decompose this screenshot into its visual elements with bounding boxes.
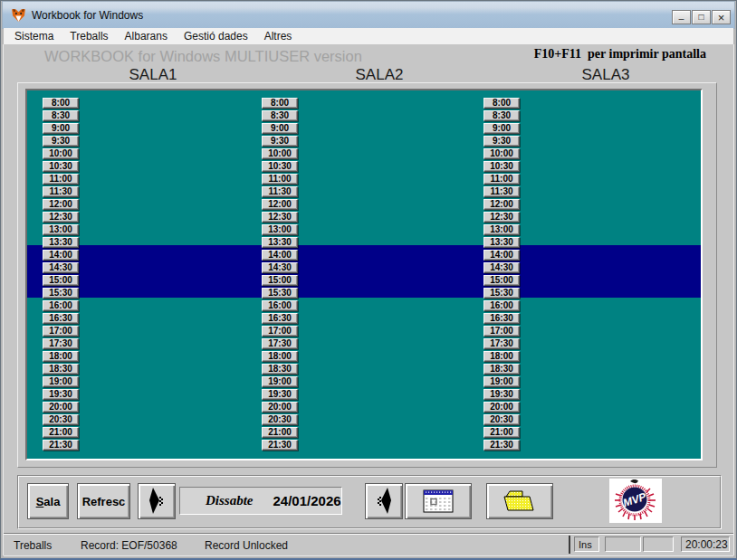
time-slot-button[interactable]: 17:00 <box>483 326 520 337</box>
minimize-button[interactable]: _ <box>672 10 691 24</box>
time-slot-button[interactable]: 14:00 <box>483 250 520 261</box>
time-slot-button[interactable]: 8:00 <box>483 98 520 109</box>
app-window: Workbook for Windows _ □ × SistemaTrebal… <box>0 0 737 560</box>
time-slot-button[interactable]: 10:00 <box>483 148 520 159</box>
time-slot-button[interactable]: 19:30 <box>262 389 298 400</box>
time-slot-button[interactable]: 9:00 <box>43 123 79 134</box>
time-slot-button[interactable]: 19:00 <box>483 376 520 387</box>
time-slot-button[interactable]: 20:30 <box>483 414 520 425</box>
time-slot-button[interactable]: 11:00 <box>483 174 520 185</box>
time-slot-button[interactable]: 18:30 <box>262 364 298 375</box>
time-column-sala2: 8:008:309:009:3010:0010:3011:0011:3012:0… <box>262 98 298 452</box>
time-slot-button[interactable]: 19:00 <box>262 376 298 387</box>
time-slot-button[interactable]: 16:30 <box>262 313 298 324</box>
time-slot-button[interactable]: 11:30 <box>262 186 298 197</box>
time-slot-button[interactable]: 12:00 <box>262 199 298 210</box>
time-slot-button[interactable]: 9:30 <box>43 136 79 147</box>
folder-button[interactable] <box>486 483 553 519</box>
time-slot-button[interactable]: 15:30 <box>43 288 79 299</box>
time-slot-button[interactable]: 17:30 <box>43 338 79 349</box>
time-slot-button[interactable]: 13:00 <box>43 224 79 235</box>
time-slot-button[interactable]: 19:00 <box>43 376 79 387</box>
time-slot-button[interactable]: 18:30 <box>483 364 520 375</box>
time-slot-button[interactable]: 10:00 <box>43 148 79 159</box>
time-slot-button[interactable]: 15:30 <box>262 288 298 299</box>
time-slot-button[interactable]: 21:30 <box>43 440 79 451</box>
time-slot-button[interactable]: 17:00 <box>43 326 79 337</box>
time-slot-button[interactable]: 17:30 <box>483 338 520 349</box>
time-slot-button[interactable]: 10:30 <box>483 161 520 172</box>
time-slot-button[interactable]: 11:30 <box>43 186 79 197</box>
time-slot-button[interactable]: 16:00 <box>43 300 79 311</box>
time-slot-button[interactable]: 11:00 <box>43 174 79 185</box>
time-slot-button[interactable]: 20:00 <box>262 402 298 413</box>
time-slot-button[interactable]: 13:00 <box>483 224 520 235</box>
time-slot-button[interactable]: 10:30 <box>262 161 298 172</box>
time-slot-button[interactable]: 20:30 <box>262 414 298 425</box>
calendar-button[interactable] <box>405 483 472 519</box>
time-slot-button[interactable]: 9:30 <box>483 136 520 147</box>
time-slot-button[interactable]: 18:00 <box>262 351 298 362</box>
menu-item-treballs[interactable]: Treballs <box>62 30 116 43</box>
time-slot-button[interactable]: 8:00 <box>262 98 298 109</box>
time-slot-button[interactable]: 18:00 <box>483 351 520 362</box>
time-slot-button[interactable]: 15:30 <box>483 288 520 299</box>
time-slot-button[interactable]: 21:30 <box>262 440 298 451</box>
time-slot-button[interactable]: 9:00 <box>262 123 298 134</box>
time-slot-button[interactable]: 19:30 <box>43 389 79 400</box>
menu-item-altres[interactable]: Altres <box>256 30 301 43</box>
time-slot-button[interactable]: 13:30 <box>43 237 79 248</box>
time-slot-button[interactable]: 13:30 <box>483 237 520 248</box>
time-slot-button[interactable]: 12:30 <box>43 212 79 223</box>
time-slot-button[interactable]: 16:30 <box>483 313 520 324</box>
time-slot-button[interactable]: 12:00 <box>483 199 520 210</box>
menu-item-albarans[interactable]: Albarans <box>117 30 176 43</box>
close-button[interactable]: × <box>712 10 731 24</box>
menu-item-gestió-dades[interactable]: Gestió dades <box>176 30 256 43</box>
time-slot-button[interactable]: 13:30 <box>262 237 298 248</box>
time-slot-button[interactable]: 8:30 <box>43 110 79 121</box>
time-slot-button[interactable]: 21:00 <box>262 427 298 438</box>
time-slot-button[interactable]: 8:30 <box>483 110 520 121</box>
previous-day-button[interactable] <box>138 483 176 519</box>
time-slot-button[interactable]: 15:00 <box>483 275 520 286</box>
time-slot-button[interactable]: 9:00 <box>483 123 520 134</box>
time-slot-button[interactable]: 14:00 <box>262 250 298 261</box>
time-slot-button[interactable]: 16:00 <box>483 300 520 311</box>
time-slot-button[interactable]: 17:00 <box>262 326 298 337</box>
time-slot-button[interactable]: 21:00 <box>43 427 79 438</box>
time-slot-button[interactable]: 8:30 <box>262 110 298 121</box>
time-slot-button[interactable]: 14:00 <box>43 250 79 261</box>
refresc-button[interactable]: Refresc <box>77 483 130 519</box>
time-slot-button[interactable]: 16:00 <box>262 300 298 311</box>
time-slot-button[interactable]: 11:00 <box>262 174 298 185</box>
time-slot-button[interactable]: 14:30 <box>262 262 298 273</box>
time-slot-button[interactable]: 11:30 <box>483 186 520 197</box>
time-slot-button[interactable]: 17:30 <box>262 338 298 349</box>
time-slot-button[interactable]: 20:00 <box>483 402 520 413</box>
time-slot-button[interactable]: 18:00 <box>43 351 79 362</box>
time-slot-button[interactable]: 18:30 <box>43 364 79 375</box>
time-slot-button[interactable]: 14:30 <box>43 262 79 273</box>
time-slot-button[interactable]: 19:30 <box>483 389 520 400</box>
time-slot-button[interactable]: 21:00 <box>483 427 520 438</box>
next-day-button[interactable] <box>365 483 403 519</box>
maximize-button[interactable]: □ <box>692 10 711 24</box>
time-slot-button[interactable]: 15:00 <box>43 275 79 286</box>
time-slot-button[interactable]: 12:30 <box>483 212 520 223</box>
time-slot-button[interactable]: 15:00 <box>262 275 298 286</box>
time-slot-button[interactable]: 20:30 <box>43 414 79 425</box>
sala-button[interactable]: Sala <box>27 483 69 519</box>
time-slot-button[interactable]: 20:00 <box>43 402 79 413</box>
time-slot-button[interactable]: 12:00 <box>43 199 79 210</box>
time-slot-button[interactable]: 14:30 <box>483 262 520 273</box>
time-slot-button[interactable]: 9:30 <box>262 136 298 147</box>
menu-item-sistema[interactable]: Sistema <box>6 30 62 43</box>
time-slot-button[interactable]: 21:30 <box>483 440 520 451</box>
time-slot-button[interactable]: 12:30 <box>262 212 298 223</box>
time-slot-button[interactable]: 16:30 <box>43 313 79 324</box>
time-slot-button[interactable]: 10:30 <box>43 161 79 172</box>
time-slot-button[interactable]: 13:00 <box>262 224 298 235</box>
time-slot-button[interactable]: 10:00 <box>262 148 298 159</box>
time-slot-button[interactable]: 8:00 <box>43 98 79 109</box>
